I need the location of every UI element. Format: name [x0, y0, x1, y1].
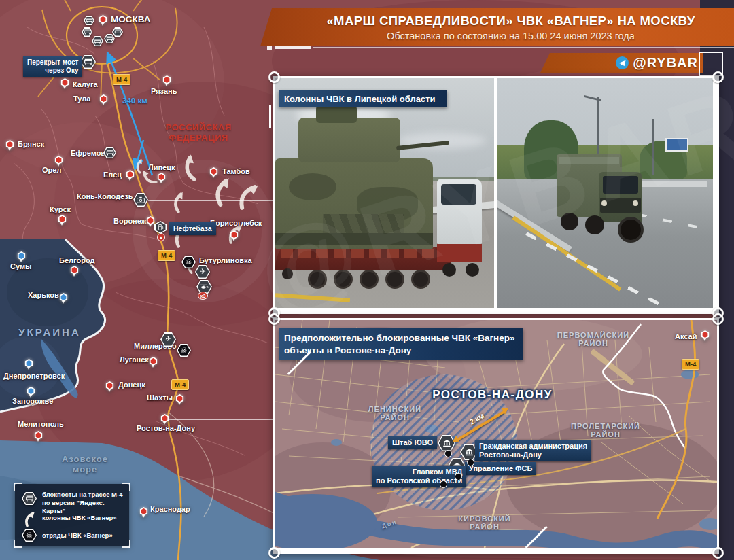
city-aksai: Аксай: [675, 332, 697, 340]
rostov-panel: ЛЕНИНСКИЙ РАЙОН ПЕРВОМАЙСКИЙ РАЙОН ПРОЛЕ…: [273, 318, 719, 554]
photo-truck-highway: [497, 78, 713, 308]
checkpoint-icon: [112, 27, 123, 37]
object-mvd: Главком МВД по Ростовской области: [372, 466, 466, 487]
marker-donetsk: [105, 381, 114, 390]
wagner-unit-icon: ☠: [22, 529, 37, 542]
city-lipetsk: Липецк: [148, 163, 175, 171]
marker-bryansk: [5, 140, 14, 149]
telegram-icon: [616, 56, 629, 69]
city-kaluga: Калуга: [73, 80, 98, 88]
column-arrow-icon: [22, 511, 36, 527]
label-azov-sea: Азовское море: [48, 454, 122, 474]
marker-lugansk: [149, 357, 158, 366]
city-yelets: Елец: [103, 171, 122, 179]
legend-item-units: отряды ЧВК «Вагнер»: [42, 531, 113, 540]
city-zaporozhye: Запорожье: [12, 397, 53, 405]
marker-moscow: [99, 15, 107, 24]
checkpoint-icon: [103, 147, 116, 158]
checkpoint-icon: [22, 492, 37, 505]
camera-icon: [133, 193, 148, 207]
building-subicon: [440, 480, 447, 488]
city-tula: Тула: [73, 94, 90, 103]
distance-label: 340 км: [122, 97, 147, 105]
building-subicon: [455, 473, 462, 480]
object-shtab-uvo: Штаб ЮВО: [388, 436, 437, 449]
city-borisoglebsk: Борисоглебск: [210, 219, 262, 227]
fuel-depot-icon: [154, 221, 167, 234]
banner-title: «МАРШ СПРАВЕДЛИВОСТИ» ЧВК «ВАГНЕР» НА МО…: [326, 14, 695, 29]
marker-kaluga: [60, 78, 69, 87]
bridge-note-plate: Перекрыт мост через Оку: [23, 56, 82, 77]
city-ryazan: Рязань: [151, 87, 177, 95]
marker-sumy: [17, 251, 26, 260]
city-oryol: Орел: [42, 166, 61, 174]
infographic-root: «МАРШ СПРАВЕДЛИВОСТИ» ЧВК «ВАГНЕР» НА МО…: [0, 0, 734, 560]
wagner-unit-icon: ☠: [177, 344, 191, 357]
m4-badge: М-4: [158, 250, 175, 261]
legend-item-checkpoints: блокпосты на трассе М-4 по версии "Яндек…: [42, 491, 129, 515]
marker-zaporozhye: [27, 387, 35, 396]
city-rostov: Ростов-на-Дону: [137, 424, 195, 432]
city-lugansk: Луганск: [120, 355, 149, 364]
city-moscow: МОСКВА: [111, 14, 151, 24]
city-efremov: Ефремов: [71, 149, 105, 157]
rostov-title: Предположительно блокированные ЧВК «Вагн…: [279, 328, 523, 360]
legend-item-columns: колонны ЧВК «Вагнер»: [42, 514, 117, 522]
object-administration: Гражданская администрация Ростова-на-Дон…: [475, 440, 591, 461]
city-krasnodar: Краснодар: [150, 505, 190, 513]
city-donetsk: Донецк: [118, 381, 145, 389]
city-buturlinovka: Бутурлиновка: [199, 256, 252, 264]
m4-badge: М-4: [113, 74, 130, 85]
city-dnepropetrovsk: Днепропетровск: [3, 372, 65, 380]
city-voronezh: Воронеж: [113, 217, 147, 225]
marker-rostov: [160, 414, 169, 423]
marker-ryazan: [162, 75, 171, 84]
rybar-handle: @RYBAR: [633, 55, 698, 71]
marker-tambov: [209, 167, 218, 176]
banner-subtitle: Обстановка по состоянию на 15.00 24 июня…: [387, 31, 635, 41]
marker-shakhty: [175, 394, 184, 403]
marker-lipetsk: [157, 173, 166, 181]
city-kon-kolodez: Конь-Колодезь: [77, 192, 133, 200]
object-fsb: Управление ФСБ: [465, 462, 536, 475]
city-belgorod: Белгород: [59, 256, 94, 264]
district-leninsky: ЛЕНИНСКИЙ РАЙОН: [364, 405, 426, 421]
label-russia: РОССИЙСКАЯ ФЕДЕРАЦИЯ: [158, 122, 239, 143]
marker-kharkov: [59, 293, 68, 302]
fire-icon: ▲: [157, 233, 165, 241]
label-ukraine: УКРАИНА: [12, 326, 87, 338]
district-proletarsky: ПРОЛЕТАРСКИЙ РАЙОН: [567, 422, 644, 438]
m4-badge: М-4: [171, 379, 189, 390]
city-kharkov: Харьков: [28, 291, 59, 299]
city-melitopol: Мелитополь: [18, 420, 64, 428]
marker-aksai: [701, 330, 710, 339]
district-kirovsky: КИРОВСКИЙ РАЙОН: [453, 514, 516, 531]
x3-badge: x3: [198, 292, 208, 300]
neftebaza-plate: Нефтебаза: [169, 222, 216, 235]
aircraft-icon: ✈: [195, 265, 210, 279]
marker-borisoglebsk: [230, 230, 239, 239]
marker-dnepropetrovsk: [24, 359, 33, 368]
district-pervomaysky: ПЕРВОМАЙСКИЙ РАЙОН: [555, 331, 631, 347]
title-banner: «МАРШ СПРАВЕДЛИВОСТИ» ЧВК «ВАГНЕР» НА МО…: [260, 8, 734, 46]
marker-tula: [99, 94, 108, 103]
legend: блокпосты на трассе М-4 по версии "Яндек…: [15, 484, 129, 546]
aircraft-icon: ✈: [160, 332, 176, 347]
building-subicon: [467, 459, 474, 466]
checkpoint-icon: [84, 16, 94, 25]
photos-title: Колонны ЧВК в Липецкой области: [279, 90, 447, 107]
city-sumy: Сумы: [10, 262, 31, 270]
city-shakhty: Шахты: [147, 393, 173, 402]
wagner-unit-icon: ☠: [181, 256, 196, 268]
checkpoint-icon: [92, 36, 103, 46]
rostov-city-label: РОСТОВ-НА-ДОНУ: [426, 388, 559, 402]
marker-melitopol: [34, 431, 43, 440]
city-kursk: Курск: [50, 205, 71, 213]
marker-yelets: [126, 170, 135, 179]
marker-oryol: [54, 156, 63, 164]
marker-krasnodar: [139, 507, 148, 516]
m4-badge-rostov: М-4: [682, 359, 699, 370]
city-bryansk: Брянск: [18, 140, 44, 148]
marker-belgorod: [70, 266, 79, 275]
rybar-badge: @RYBAR: [540, 53, 703, 73]
